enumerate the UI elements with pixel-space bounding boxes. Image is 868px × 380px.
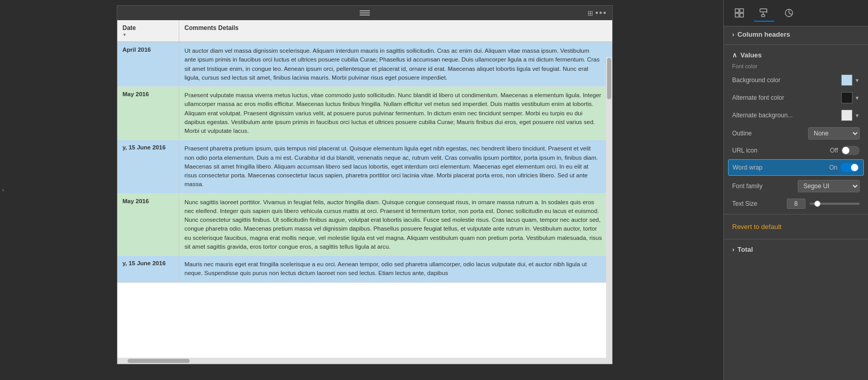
- toggle-thumb: [842, 147, 849, 154]
- svg-rect-2: [735, 13, 739, 17]
- font-color-label: Font color: [724, 63, 868, 71]
- tab-analytics[interactable]: [779, 4, 799, 22]
- chevron-down-icon: ∧: [732, 51, 737, 59]
- cell-date: May 2016: [117, 87, 179, 140]
- cell-comments: Mauris nec mauris eget erat fringilla sc…: [179, 256, 612, 282]
- alternate-background-row: Alternate backgroun... ▼: [724, 107, 868, 124]
- table-row: y, 15 June 2016 Praesent pharetra pretiu…: [117, 140, 612, 193]
- font-family-select[interactable]: Segoe UI Arial Calibri Times New Roman: [798, 180, 860, 192]
- svg-point-8: [766, 12, 767, 13]
- cell-comments: Praesent vulputate massa viverra metus l…: [179, 87, 612, 140]
- cell-comments: Ut auctor diam vel massa dignissim scele…: [179, 42, 612, 86]
- outline-label: Outline: [732, 130, 804, 137]
- toggle-thumb-on: [851, 164, 858, 171]
- scroll-thumb-horizontal[interactable]: [128, 359, 190, 363]
- comments-column-header: Comments Details: [179, 20, 612, 41]
- table-row: April 2016 Ut auctor diam vel massa dign…: [117, 42, 612, 87]
- alternate-font-color-row: Alternate font color ▼: [724, 89, 868, 107]
- word-wrap-label: Word wrap: [733, 164, 825, 171]
- total-section[interactable]: › Total: [724, 241, 868, 257]
- alternate-background-label: Alternate backgroun...: [732, 112, 837, 119]
- alt-bg-dropdown-arrow[interactable]: ▼: [855, 113, 860, 118]
- date-column-header: Date ▼: [117, 20, 179, 41]
- url-icon-label: URL icon: [732, 147, 826, 154]
- color-dropdown-arrow[interactable]: ▼: [855, 78, 860, 83]
- sort-arrow-icon[interactable]: ▼: [122, 33, 174, 37]
- font-family-value: Segoe UI Arial Calibri Times New Roman: [798, 180, 860, 192]
- table-row: May 2016 Nunc sagittis laoreet porttitor…: [117, 194, 612, 256]
- cell-date: April 2016: [117, 42, 179, 86]
- svg-rect-0: [735, 9, 739, 12]
- alternate-font-color-value: ▼: [841, 92, 860, 103]
- alternate-background-value: ▼: [841, 110, 860, 121]
- cell-date: y, 15 June 2016: [117, 256, 179, 282]
- tab-columns[interactable]: [729, 4, 750, 22]
- background-color-row: Background color ▼: [724, 71, 868, 89]
- cell-date: y, 15 June 2016: [117, 140, 179, 193]
- main-content: ⊞ ••• Date ▼ Comments Details April 2016…: [6, 0, 723, 380]
- divider: [724, 44, 868, 45]
- svg-rect-4: [760, 9, 767, 12]
- url-icon-row: URL icon Off: [724, 143, 868, 158]
- column-headers-section[interactable]: › Column headers: [724, 26, 868, 42]
- expand-icon[interactable]: ⊞: [587, 9, 593, 17]
- values-section-header[interactable]: ∧ Values: [724, 47, 868, 63]
- chevron-right-icon: ›: [732, 31, 734, 38]
- divider-3: [724, 239, 868, 239]
- table-topbar: ⊞ •••: [117, 6, 612, 20]
- font-family-label: Font family: [732, 183, 794, 190]
- word-wrap-toggle[interactable]: [841, 163, 859, 172]
- alternate-background-swatch[interactable]: [841, 110, 853, 121]
- horizontal-scrollbar[interactable]: [117, 358, 606, 364]
- svg-rect-6: [762, 14, 765, 17]
- chevron-right-icon-2: ›: [732, 246, 734, 253]
- table-container: ⊞ ••• Date ▼ Comments Details April 2016…: [117, 5, 613, 364]
- drag-handle-icon: [360, 10, 370, 16]
- url-icon-toggle-container: Off: [830, 146, 860, 155]
- table-row: y, 15 June 2016 Mauris nec mauris eget e…: [117, 256, 612, 283]
- values-section-label: Values: [740, 51, 762, 59]
- text-size-label: Text Size: [732, 200, 783, 207]
- outline-row: Outline None: [724, 124, 868, 143]
- word-wrap-row: Word wrap On: [728, 159, 864, 176]
- total-section-label: Total: [737, 246, 753, 253]
- panel-collapse-arrow[interactable]: ›: [0, 0, 6, 380]
- background-color-swatch[interactable]: [841, 74, 853, 86]
- alt-font-dropdown-arrow[interactable]: ▼: [855, 95, 860, 101]
- alternate-font-color-label: Alternate font color: [732, 94, 837, 101]
- outline-value: None: [808, 127, 860, 140]
- panel-tabs: [724, 0, 868, 26]
- alternate-font-color-swatch[interactable]: [841, 92, 853, 103]
- outline-select[interactable]: None: [808, 127, 860, 140]
- background-color-value: ▼: [841, 74, 860, 86]
- table-body: April 2016 Ut auctor diam vel massa dign…: [117, 42, 612, 364]
- slider-thumb[interactable]: [814, 201, 820, 207]
- text-size-input[interactable]: [787, 199, 805, 209]
- scroll-thumb[interactable]: [607, 58, 611, 99]
- cell-comments: Nunc sagittis laoreet porttitor. Vivamus…: [179, 194, 612, 256]
- text-size-row: Text Size: [724, 195, 868, 212]
- table-header: Date ▼ Comments Details: [117, 20, 612, 42]
- svg-rect-3: [740, 13, 743, 17]
- tab-format[interactable]: [754, 4, 774, 22]
- text-size-slider[interactable]: [810, 203, 860, 205]
- revert-to-default-button[interactable]: Revert to default: [724, 217, 868, 237]
- section-label: Column headers: [737, 31, 790, 38]
- word-wrap-toggle-container: On: [829, 163, 859, 172]
- svg-rect-1: [740, 9, 743, 12]
- background-color-label: Background color: [732, 77, 837, 84]
- cell-comments: Praesent pharetra pretium ipsum, quis te…: [179, 140, 612, 193]
- cell-date: May 2016: [117, 194, 179, 256]
- right-panel: › Column headers ∧ Values Font color Bac…: [723, 0, 868, 380]
- font-family-row: Font family Segoe UI Arial Calibri Times…: [724, 177, 868, 195]
- topbar-actions: ⊞ •••: [587, 8, 607, 18]
- divider-2: [724, 214, 868, 215]
- url-icon-value: Off: [830, 147, 838, 154]
- url-icon-toggle[interactable]: [841, 146, 860, 155]
- table-row: May 2016 Praesent vulputate massa viverr…: [117, 87, 612, 140]
- more-options-icon[interactable]: •••: [595, 8, 607, 18]
- vertical-scrollbar[interactable]: [606, 57, 612, 364]
- word-wrap-value: On: [829, 164, 838, 171]
